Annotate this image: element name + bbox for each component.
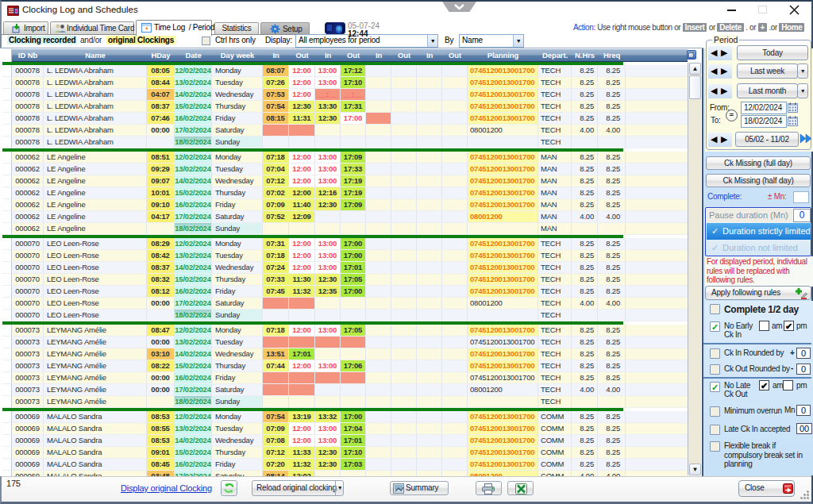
svg-text:EXIT: EXIT bbox=[784, 484, 792, 488]
